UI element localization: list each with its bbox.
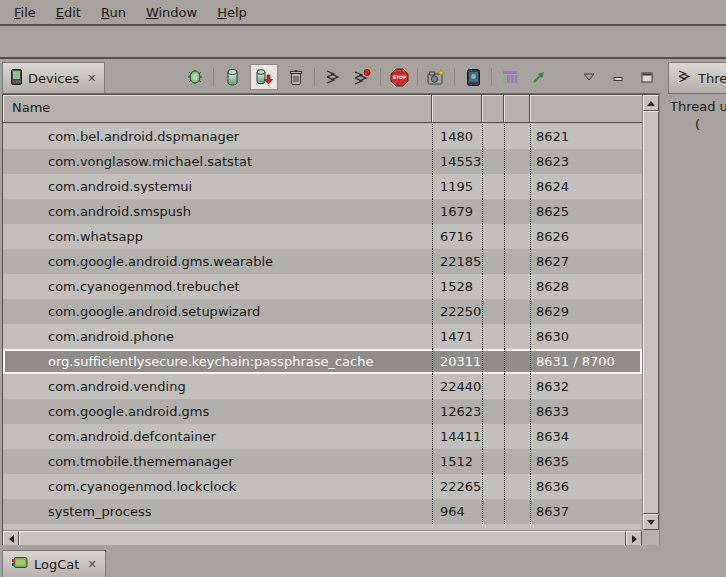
scroll-down-button[interactable]	[643, 514, 659, 530]
cell-pid: 22440	[432, 374, 482, 399]
devices-view: Devices ✕	[2, 61, 660, 545]
table-row[interactable]: com.google.android.setupwizard 22250 862…	[3, 299, 642, 324]
table-row[interactable]: com.google.android.gms 12623 8633	[3, 399, 642, 424]
cell-blank2	[504, 499, 530, 524]
systrace-bars-icon[interactable]	[499, 65, 521, 89]
cell-blank1	[482, 474, 504, 499]
column-header-port[interactable]	[530, 95, 642, 122]
scroll-right-button[interactable]	[626, 531, 642, 546]
close-icon[interactable]: ✕	[87, 73, 96, 84]
horizontal-scrollbar[interactable]	[3, 530, 642, 546]
cell-blank2	[504, 474, 530, 499]
stop-process-icon[interactable]: STOP	[388, 65, 410, 89]
cell-blank2	[504, 374, 530, 399]
cell-port: 8633	[530, 399, 642, 424]
cell-port: 8637	[530, 499, 642, 524]
column-header-name[interactable]: Name	[3, 95, 432, 122]
tab-logcat[interactable]: LogCat ✕	[2, 550, 106, 577]
cell-pid: 22250	[432, 299, 482, 324]
close-icon[interactable]: ✕	[87, 559, 96, 570]
minimize-icon[interactable]	[607, 65, 629, 89]
menu-edit[interactable]: Edit	[46, 3, 91, 22]
menu-run[interactable]: Run	[91, 3, 136, 22]
menu-help[interactable]: Help	[207, 3, 257, 22]
cell-blank1	[482, 274, 504, 299]
device-screen-icon[interactable]	[462, 65, 484, 89]
logcat-icon	[11, 556, 28, 572]
threads-tabbar: Threads	[668, 61, 726, 94]
table-row[interactable]: system_process 964 8637	[3, 499, 642, 524]
table-row[interactable]: com.android.defcontainer 14411 8634	[3, 424, 642, 449]
table-row[interactable]: com.android.phone 1471 8630	[3, 324, 642, 349]
column-header-pid[interactable]	[432, 95, 482, 122]
dump-hprof-icon[interactable]	[250, 64, 278, 90]
devices-toolbar: STOP	[184, 61, 658, 93]
column-header-blank2[interactable]	[504, 95, 530, 122]
cell-pid: 1195	[432, 174, 482, 199]
screen-capture-camera-icon[interactable]	[425, 65, 447, 89]
tab-threads[interactable]: Threads	[668, 62, 726, 93]
toolbar-separator	[314, 68, 315, 86]
cell-pid: 1471	[432, 324, 482, 349]
threads-view: Threads Thread up (	[668, 61, 726, 545]
cell-pid: 1480	[432, 124, 482, 149]
scroll-up-button[interactable]	[643, 95, 659, 111]
toolbar-separator	[491, 68, 492, 86]
start-method-profiling-icon[interactable]	[351, 65, 373, 89]
device-table: Name com.bel.android.dspmanager 1480 862…	[2, 94, 660, 547]
update-threads-icon[interactable]	[322, 65, 344, 89]
opengl-trace-arrow-icon[interactable]	[528, 65, 550, 89]
cell-port: 8630	[530, 324, 642, 349]
cell-pid: 22185	[432, 249, 482, 274]
table-row[interactable]: org.sufficientlysecure.keychain:passphra…	[3, 349, 642, 374]
table-row[interactable]: com.whatsapp 6716 8626	[3, 224, 642, 249]
vertical-scrollbar[interactable]	[642, 95, 659, 530]
cell-blank1	[482, 324, 504, 349]
vertical-scroll-thumb[interactable]	[643, 111, 659, 514]
scroll-left-button[interactable]	[3, 531, 19, 546]
cell-blank1	[482, 249, 504, 274]
threads-message-line1: Thread up	[670, 99, 726, 114]
cell-process-name: org.sufficientlysecure.keychain:passphra…	[3, 349, 432, 374]
cell-blank2	[504, 449, 530, 474]
cell-blank1	[482, 374, 504, 399]
table-row[interactable]: com.android.smspush 1679 8625	[3, 199, 642, 224]
cell-blank1	[482, 149, 504, 174]
table-row[interactable]: com.tmobile.thememanager 1512 8635	[3, 449, 642, 474]
table-row[interactable]: com.cyanogenmod.lockclock 22265 8636	[3, 474, 642, 499]
table-row[interactable]: com.android.systemui 1195 8624	[3, 174, 642, 199]
table-row[interactable]: com.android.vending 22440 8632	[3, 374, 642, 399]
update-heap-icon[interactable]	[221, 65, 243, 89]
cell-blank1	[482, 499, 504, 524]
menu-file[interactable]: File	[4, 3, 46, 22]
cell-blank1	[482, 299, 504, 324]
table-row[interactable]: com.vonglasow.michael.satstat 14553 8623	[3, 149, 642, 174]
cell-port: 8631 / 8700	[530, 349, 642, 374]
cell-blank1	[482, 449, 504, 474]
cell-blank1	[482, 399, 504, 424]
cause-gc-trash-icon[interactable]	[285, 65, 307, 89]
debug-bug-icon[interactable]	[184, 65, 206, 89]
cell-pid: 22265	[432, 474, 482, 499]
svg-text:STOP: STOP	[392, 75, 406, 80]
table-row[interactable]: com.cyanogenmod.trebuchet 1528 8628	[3, 274, 642, 299]
arrow-right-icon	[632, 535, 637, 543]
column-header-blank1[interactable]	[482, 95, 504, 122]
cell-pid: 14553	[432, 149, 482, 174]
horizontal-scroll-thumb[interactable]	[19, 531, 626, 546]
cell-process-name: com.google.android.gms.wearable	[3, 249, 432, 274]
threads-body: Thread up (	[668, 94, 726, 545]
table-row[interactable]: com.google.android.gms.wearable 22185 86…	[3, 249, 642, 274]
view-menu-chevron-icon[interactable]	[578, 65, 600, 89]
table-row[interactable]: com.bel.android.dspmanager 1480 8621	[3, 124, 642, 149]
tab-devices[interactable]: Devices ✕	[2, 62, 105, 93]
cell-port: 8624	[530, 174, 642, 199]
arrow-up-icon	[647, 101, 655, 106]
menu-window[interactable]: Window	[136, 3, 207, 22]
cell-blank2	[504, 249, 530, 274]
maximize-icon[interactable]	[636, 65, 658, 89]
threads-message-line2: (	[695, 117, 700, 132]
cell-port: 8623	[530, 149, 642, 174]
cell-pid: 20311	[432, 349, 482, 374]
cell-process-name: system_process	[3, 499, 432, 524]
